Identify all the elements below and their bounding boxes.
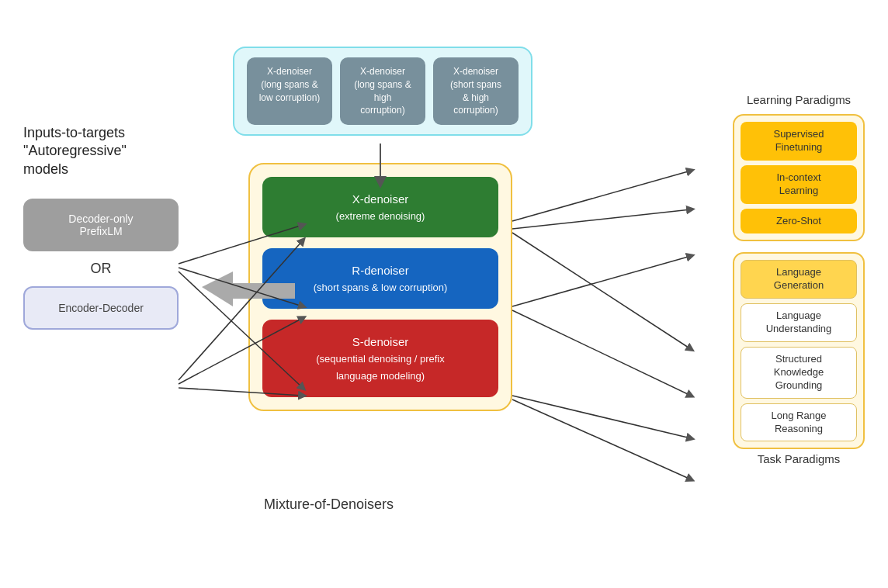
or-label: OR: [23, 261, 179, 277]
learning-group: SupervisedFinetuning In-contextLearning …: [733, 114, 865, 241]
zero-shot-box: Zero-Shot: [741, 209, 857, 234]
structured-knowledge-box: StructuredKnowledgeGrounding: [741, 347, 857, 399]
right-section: Learning Paradigms SupervisedFinetuning …: [733, 93, 865, 465]
svg-line-13: [512, 396, 691, 438]
svg-line-10: [512, 256, 691, 306]
top-denoiser-2: X-denoiser(long spans &high corruption): [340, 57, 425, 125]
svg-line-12: [512, 310, 691, 396]
supervised-finetuning-box: SupervisedFinetuning: [741, 122, 857, 161]
svg-line-8: [512, 171, 691, 221]
left-title: Inputs-to-targets "Autoregressive" model…: [23, 124, 179, 178]
top-denoiser-1: X-denoiser(long spans &low corruption): [247, 57, 332, 125]
x-denoiser-button: X-denoiser(extreme denoising): [262, 177, 498, 237]
task-paradigms-title: Task Paradigms: [733, 452, 865, 465]
long-range-reasoning-box: Long RangeReasoning: [741, 403, 857, 442]
diagram: Inputs-to-targets "Autoregressive" model…: [0, 0, 888, 588]
r-denoiser-button: R-denoiser(short spans & low corruption): [262, 248, 498, 309]
svg-line-9: [512, 209, 691, 229]
encoder-decoder-box: Encoder-Decoder: [23, 286, 179, 330]
decoder-only-box: Decoder-only PrefixLM: [23, 199, 179, 251]
task-group: LanguageGeneration LanguageUnderstanding…: [733, 252, 865, 449]
learning-paradigms-title: Learning Paradigms: [733, 93, 865, 106]
svg-line-14: [512, 399, 691, 479]
mod-container: X-denoiser(extreme denoising) R-denoiser…: [248, 163, 512, 411]
language-generation-box: LanguageGeneration: [741, 260, 857, 299]
s-denoiser-button: S-denoiser(sequential denoising / prefix…: [262, 320, 498, 396]
left-section: Inputs-to-targets "Autoregressive" model…: [23, 124, 179, 336]
in-context-learning-box: In-contextLearning: [741, 165, 857, 204]
language-understanding-box: LanguageUnderstanding: [741, 303, 857, 342]
top-denoiser-3: X-denoiser(short spans& highcorruption): [433, 57, 519, 125]
mod-title: Mixture-of-Denoisers: [264, 496, 394, 513]
top-denoisers-container: X-denoiser(long spans &low corruption) X…: [233, 47, 532, 136]
svg-line-11: [512, 233, 691, 349]
